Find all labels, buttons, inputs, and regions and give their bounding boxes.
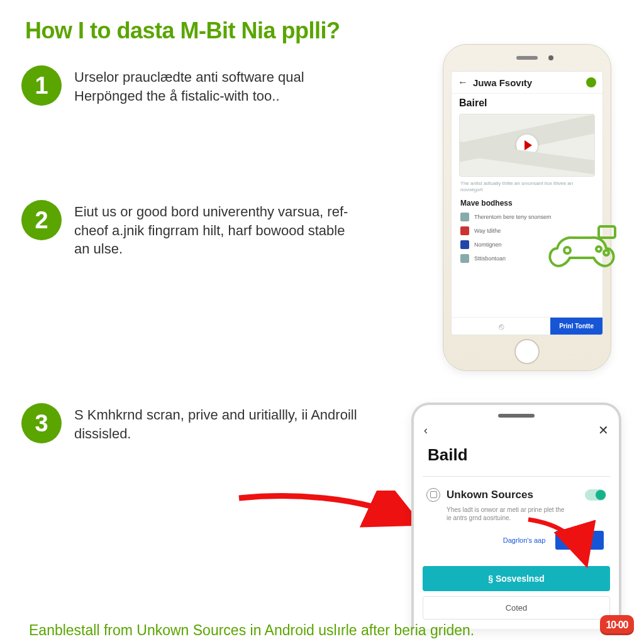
back-icon[interactable]: ←: [458, 77, 468, 88]
list-item-label: Way tdithe: [474, 228, 501, 234]
swatch-icon: [460, 254, 469, 263]
step-text: S Kmhkrnd scran, prive and uritiallly, i…: [74, 403, 364, 443]
unknown-sources-row: Unkown Sources: [426, 488, 606, 502]
phone-screen: ← Juwa Fsovıty Bairel The anlist adtuall…: [451, 71, 603, 335]
back-icon[interactable]: ‹: [424, 424, 428, 437]
wide-action-button[interactable]: § Sosveslnsd: [423, 566, 610, 591]
step-1: 1 Urselor prauclædte anti software qual …: [21, 65, 399, 106]
watermark-badge: 10·00: [600, 615, 634, 635]
step-text: Urselor prauclædte anti software qual He…: [74, 65, 364, 105]
step-number-badge: 3: [21, 403, 62, 443]
app-header: ← Juwa Fsovıty: [452, 72, 602, 94]
game-controller-icon: [545, 214, 626, 270]
map-preview[interactable]: [459, 114, 595, 177]
sheet-title: Baild: [414, 439, 619, 476]
status-dot-icon: [586, 77, 596, 87]
swatch-icon: [460, 226, 469, 235]
play-icon[interactable]: [516, 135, 538, 156]
swatch-icon: [460, 213, 469, 221]
map-caption: The anlist adtually thilte an srvonsant …: [452, 178, 602, 196]
list-title: Mave bodhess: [457, 196, 597, 210]
card-actions: Dagrlon's aap Riannl: [426, 531, 606, 550]
svg-rect-0: [599, 226, 615, 238]
footer-spacer-icon: ⎋: [452, 318, 550, 335]
section-title-bairel: Bairel: [452, 94, 602, 111]
footer-caption: Eanblestall from Unkown Sources in Andro…: [0, 622, 644, 639]
step-3: 3 S Kmhkrnd scran, prive and uritiallly,…: [21, 403, 399, 443]
phone-speaker: [516, 56, 538, 60]
app-footer: ⎋ Prinl Tontte: [452, 317, 602, 335]
svg-point-3: [604, 250, 609, 255]
step-text: Eiut us or good bord univerenthy varsua,…: [74, 200, 364, 258]
unknown-sources-label: Unkown Sources: [447, 489, 579, 501]
swatch-icon: [460, 240, 469, 249]
close-icon[interactable]: ✕: [598, 423, 609, 438]
steps-column: 1 Urselor prauclædte anti software qual …: [21, 65, 399, 531]
unknown-sources-description: Yhes ladt is onwor ar meti ar prine plet…: [426, 502, 565, 531]
unknown-sources-card: Unkown Sources Yhes ladt is onwor ar met…: [423, 476, 610, 556]
svg-point-2: [596, 247, 601, 252]
phone-camera: [548, 55, 553, 60]
confirm-button[interactable]: Riannl: [555, 531, 604, 550]
list-item-label: Sttisbontoan: [474, 255, 506, 262]
step-2: 2 Eiut us or good bord univerenthy varsu…: [21, 200, 399, 258]
list-item-label: Therentom bere teny snonsem: [474, 214, 552, 220]
secondary-action-button[interactable]: Coted: [423, 596, 610, 619]
sheet-grip: [498, 414, 535, 418]
list-item-label: Nomtignen: [474, 242, 502, 248]
app-title: Juwa Fsovıty: [473, 77, 581, 88]
phone-mockup-settings: ‹ ✕ Baild Unkown Sources Yhes ladt is on…: [411, 402, 621, 629]
step-number-badge: 1: [21, 65, 62, 106]
unknown-sources-toggle[interactable]: [585, 489, 606, 501]
svg-point-1: [564, 247, 570, 253]
phone-mockup-app: ← Juwa Fsovıty Bairel The anlist adtuall…: [443, 44, 611, 371]
primary-footer-button[interactable]: Prinl Tontte: [550, 318, 602, 335]
sources-icon: [426, 488, 440, 502]
step-number-badge: 2: [21, 200, 62, 240]
sheet-topbar: ‹ ✕: [414, 421, 619, 439]
secondary-link[interactable]: Dagrlon's aap: [503, 536, 546, 544]
home-button[interactable]: [514, 339, 540, 364]
